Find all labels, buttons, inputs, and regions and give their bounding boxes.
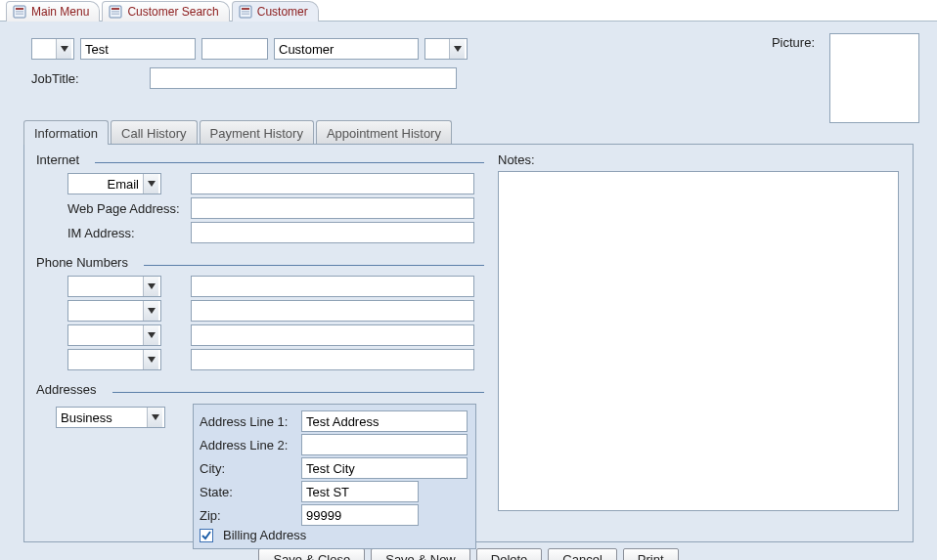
notes-textarea[interactable] (498, 171, 899, 511)
tab-label: Customer (257, 5, 308, 19)
left-pane: Internet Web Page Address: IM Address: (24, 145, 492, 541)
im-label: IM Address: (67, 226, 185, 240)
suffix-combo[interactable] (424, 38, 468, 60)
prefix-input[interactable] (32, 39, 56, 59)
phone-type-input[interactable] (68, 277, 143, 296)
svg-rect-11 (242, 14, 249, 16)
jobtitle-row: JobTitle: (31, 66, 925, 90)
line2-input[interactable] (301, 434, 468, 455)
form-icon (13, 5, 26, 19)
email-type-input[interactable] (68, 174, 143, 194)
detail-content: Internet Web Page Address: IM Address: (23, 144, 914, 542)
chevron-down-icon[interactable] (143, 325, 158, 345)
notes-label: Notes: (498, 152, 535, 167)
tab-appointment-history[interactable]: Appointment History (316, 120, 452, 145)
save-new-button[interactable]: Save & New (371, 548, 470, 560)
chevron-down-icon[interactable] (143, 350, 158, 369)
tab-information[interactable]: Information (23, 120, 109, 145)
email-type-combo[interactable] (67, 173, 161, 194)
right-pane: Notes: (492, 145, 913, 541)
chevron-down-icon[interactable] (143, 301, 158, 321)
last-name-input[interactable] (274, 38, 419, 60)
tab-main-menu[interactable]: Main Menu (6, 1, 100, 22)
state-label: State: (200, 485, 295, 499)
phone-number-input[interactable] (191, 324, 474, 346)
address-group: Addresses Address Line 1: Address Line 2… (36, 392, 484, 549)
tab-call-history[interactable]: Call History (111, 120, 197, 145)
billing-checkbox[interactable] (200, 529, 213, 542)
web-input[interactable] (191, 197, 474, 219)
phone-number-input[interactable] (191, 276, 474, 297)
print-button[interactable]: Print (623, 548, 679, 560)
svg-rect-9 (242, 8, 249, 10)
phone-number-input[interactable] (191, 300, 474, 322)
form-icon (239, 5, 252, 19)
tab-payment-history[interactable]: Payment History (200, 120, 314, 145)
phone-group: Phone Numbers (36, 265, 484, 370)
svg-rect-5 (112, 8, 119, 10)
internet-group: Internet Web Page Address: IM Address: (36, 162, 484, 243)
phone-type-combo[interactable] (67, 349, 161, 370)
save-close-button[interactable]: Save & Close (258, 548, 365, 560)
chevron-down-icon[interactable] (147, 408, 162, 427)
jobtitle-label: JobTitle: (31, 71, 79, 86)
middle-name-input[interactable] (201, 38, 268, 60)
svg-rect-10 (242, 11, 249, 13)
first-name-input[interactable] (80, 38, 196, 60)
zip-input[interactable] (301, 504, 419, 526)
tab-label: Customer Search (127, 5, 218, 19)
svg-rect-1 (16, 8, 23, 10)
button-row: Save & Close Save & New Delete Cancel Pr… (12, 548, 925, 560)
svg-rect-7 (112, 14, 119, 16)
web-label: Web Page Address: (67, 201, 185, 216)
picture-box[interactable] (829, 33, 919, 123)
cancel-button[interactable]: Cancel (548, 548, 616, 560)
svg-rect-3 (16, 14, 23, 16)
delete-button[interactable]: Delete (476, 548, 543, 560)
phone-title: Phone Numbers (36, 255, 132, 270)
svg-rect-6 (112, 11, 119, 13)
phone-type-input[interactable] (68, 350, 143, 369)
line1-label: Address Line 1: (200, 414, 295, 429)
picture-label: Picture: (772, 35, 815, 50)
tab-customer[interactable]: Customer (232, 1, 319, 22)
address-title: Addresses (36, 382, 100, 397)
phone-number-input[interactable] (191, 349, 474, 370)
address-type-combo[interactable] (56, 407, 165, 428)
phone-type-combo[interactable] (67, 324, 161, 346)
line1-input[interactable] (301, 410, 468, 432)
email-input[interactable] (191, 173, 474, 194)
chevron-down-icon[interactable] (143, 277, 158, 296)
prefix-combo[interactable] (31, 38, 74, 60)
window-tab-bar: Main Menu Customer Search Customer (0, 0, 937, 22)
phone-type-combo[interactable] (67, 300, 161, 322)
svg-rect-2 (16, 11, 23, 13)
chevron-down-icon[interactable] (56, 39, 71, 59)
chevron-down-icon[interactable] (143, 174, 158, 194)
internet-title: Internet (36, 152, 83, 167)
suffix-input[interactable] (425, 39, 449, 59)
zip-label: Zip: (200, 508, 295, 523)
tab-label: Main Menu (31, 5, 89, 19)
address-type-input[interactable] (57, 408, 147, 427)
jobtitle-input[interactable] (150, 67, 457, 89)
billing-label: Billing Address (223, 528, 306, 542)
detail-tab-bar: Information Call History Payment History… (23, 119, 925, 144)
state-input[interactable] (301, 481, 419, 502)
phone-type-input[interactable] (68, 301, 143, 321)
phone-type-input[interactable] (68, 325, 143, 345)
chevron-down-icon[interactable] (449, 39, 465, 59)
customer-form-body: Picture: JobTitle: Information Call Hist… (0, 22, 937, 560)
im-input[interactable] (191, 222, 474, 243)
phone-type-combo[interactable] (67, 276, 161, 297)
line2-label: Address Line 2: (200, 438, 295, 452)
tab-customer-search[interactable]: Customer Search (102, 1, 229, 22)
city-input[interactable] (301, 457, 468, 479)
city-label: City: (200, 461, 295, 476)
address-panel: Address Line 1: Address Line 2: City: St… (193, 404, 476, 549)
form-icon (109, 5, 122, 19)
